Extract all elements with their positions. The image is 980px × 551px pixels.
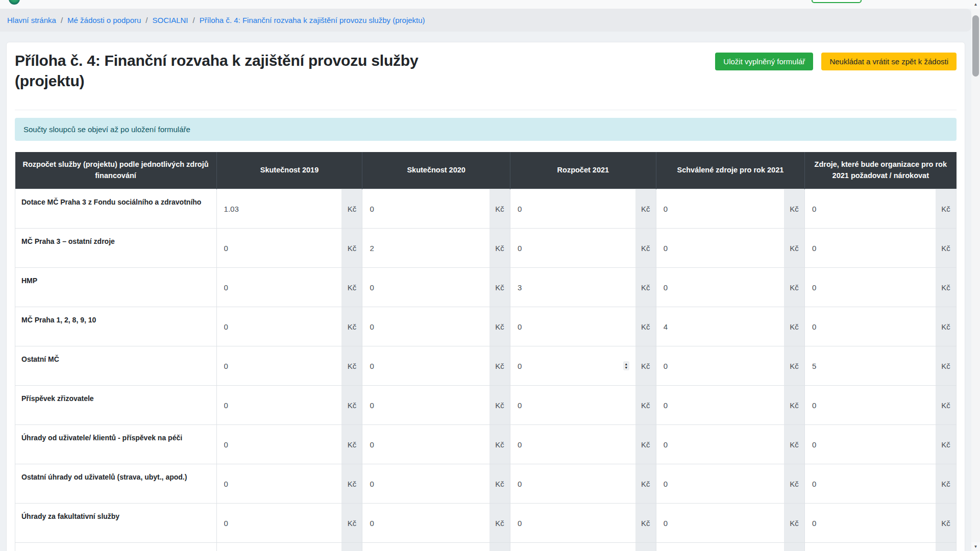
amount-input[interactable] bbox=[510, 229, 635, 267]
amount-input[interactable] bbox=[217, 189, 342, 228]
amount-input[interactable] bbox=[805, 189, 936, 228]
amount-cell: Kč bbox=[656, 464, 804, 504]
table-row: Úhrady od uživatele/ klientů - příspěvek… bbox=[15, 425, 957, 464]
breadcrumb-link[interactable]: Mé žádosti o podporu bbox=[67, 16, 141, 24]
row-label: MČ Praha 3 – ostatní zdroje bbox=[15, 229, 217, 268]
breadcrumb-link[interactable]: SOCIALNI bbox=[152, 16, 188, 24]
scrollbar-thumb[interactable] bbox=[972, 15, 979, 77]
save-button[interactable]: Uložit vyplněný formulář bbox=[715, 53, 813, 70]
amount-input[interactable] bbox=[510, 543, 635, 551]
breadcrumb-link[interactable]: Hlavní stránka bbox=[7, 16, 56, 24]
breadcrumb: Hlavní stránka/Mé žádosti o podporu/SOCI… bbox=[0, 9, 971, 32]
amount-input[interactable] bbox=[510, 386, 635, 424]
amount-input[interactable] bbox=[362, 543, 489, 551]
amount-input[interactable] bbox=[217, 464, 342, 503]
currency-suffix: Kč bbox=[635, 386, 656, 424]
breadcrumb-link[interactable]: Příloha č. 4: Finanční rozvaha k zajiště… bbox=[200, 16, 425, 24]
amount-input[interactable] bbox=[510, 307, 635, 346]
amount-input[interactable] bbox=[510, 189, 635, 228]
amount-cell: Kč bbox=[216, 386, 362, 425]
row-label: HMP bbox=[15, 268, 217, 307]
currency-suffix: Kč bbox=[936, 307, 956, 346]
amount-input[interactable] bbox=[805, 229, 936, 267]
table-row: Příspěvek zřizovateleKčKčKčKčKč bbox=[15, 386, 957, 425]
cancel-button[interactable]: Neukládat a vrátit se zpět k žádosti bbox=[821, 53, 957, 70]
amount-cell: Kč bbox=[362, 307, 510, 346]
currency-suffix bbox=[489, 543, 510, 551]
amount-cell: Kč bbox=[656, 346, 804, 386]
amount-input[interactable] bbox=[362, 504, 489, 542]
column-header: Rozpočet 2021 bbox=[510, 152, 656, 189]
amount-input[interactable] bbox=[656, 229, 784, 267]
column-header: Rozpočet služby (projektu) podle jednotl… bbox=[15, 152, 217, 189]
amount-input[interactable] bbox=[362, 229, 489, 267]
amount-input[interactable] bbox=[362, 386, 489, 424]
row-label: Dotace MČ Praha 3 z Fondu sociálního a z… bbox=[15, 189, 217, 229]
currency-suffix: Kč bbox=[635, 307, 656, 346]
amount-input[interactable] bbox=[656, 504, 784, 542]
amount-input[interactable] bbox=[656, 425, 784, 464]
amount-input[interactable] bbox=[217, 425, 342, 464]
amount-input[interactable] bbox=[805, 346, 936, 385]
amount-cell: Kč bbox=[805, 346, 957, 386]
amount-input[interactable] bbox=[805, 307, 936, 346]
amount-input[interactable] bbox=[805, 386, 936, 424]
amount-input[interactable] bbox=[656, 189, 784, 228]
amount-cell: Kč bbox=[656, 189, 804, 229]
amount-input[interactable] bbox=[510, 268, 635, 307]
amount-input[interactable] bbox=[510, 504, 635, 542]
amount-input[interactable] bbox=[656, 307, 784, 346]
amount-cell: Kč bbox=[216, 229, 362, 268]
amount-cell: Kč bbox=[216, 189, 362, 229]
amount-input[interactable] bbox=[805, 464, 936, 503]
amount-input[interactable] bbox=[217, 543, 342, 551]
amount-input[interactable] bbox=[656, 464, 784, 503]
currency-suffix: Kč bbox=[784, 268, 804, 307]
amount-input[interactable] bbox=[510, 346, 635, 385]
row-label: Ostatní úhrady od uživatelů (strava, uby… bbox=[15, 464, 217, 504]
amount-cell: Kč bbox=[656, 425, 804, 464]
amount-input[interactable] bbox=[510, 425, 635, 464]
amount-input[interactable] bbox=[805, 504, 936, 542]
vertical-scrollbar[interactable]: ▲ ▼ bbox=[971, 0, 980, 551]
amount-input[interactable] bbox=[656, 386, 784, 424]
header-buttons: Uložit vyplněný formulář Neukládat a vrá… bbox=[715, 53, 957, 70]
amount-cell: Kč bbox=[510, 307, 656, 346]
currency-suffix: Kč bbox=[784, 464, 804, 503]
amount-cell: ▴▾Kč bbox=[510, 346, 656, 386]
amount-input[interactable] bbox=[362, 425, 489, 464]
scroll-up-icon[interactable]: ▲ bbox=[971, 0, 980, 9]
currency-suffix: Kč bbox=[341, 504, 362, 542]
amount-input[interactable] bbox=[656, 346, 784, 385]
amount-input[interactable] bbox=[362, 307, 489, 346]
currency-suffix: Kč bbox=[936, 386, 956, 424]
budget-table: Rozpočet služby (projektu) podle jednotl… bbox=[15, 152, 957, 551]
amount-cell: Kč bbox=[216, 464, 362, 504]
scroll-down-icon[interactable]: ▼ bbox=[971, 542, 980, 551]
amount-cell: Kč bbox=[216, 504, 362, 543]
amount-input[interactable] bbox=[362, 464, 489, 503]
amount-cell: Kč bbox=[805, 307, 957, 346]
amount-input[interactable] bbox=[805, 425, 936, 464]
amount-input[interactable] bbox=[362, 346, 489, 385]
amount-input[interactable] bbox=[217, 504, 342, 542]
amount-cell bbox=[656, 543, 804, 551]
amount-input[interactable] bbox=[656, 543, 784, 551]
amount-input[interactable] bbox=[805, 268, 936, 307]
amount-input[interactable] bbox=[217, 386, 342, 424]
amount-input[interactable] bbox=[217, 346, 342, 385]
amount-input[interactable] bbox=[362, 268, 489, 307]
topbar-partial-button[interactable] bbox=[812, 0, 862, 3]
amount-input[interactable] bbox=[217, 307, 342, 346]
amount-input[interactable] bbox=[362, 189, 489, 228]
amount-input[interactable] bbox=[510, 464, 635, 503]
amount-input[interactable] bbox=[656, 268, 784, 307]
breadcrumb-separator: / bbox=[193, 16, 195, 24]
amount-input[interactable] bbox=[217, 229, 342, 267]
amount-input[interactable] bbox=[805, 543, 936, 551]
app-logo-icon bbox=[9, 0, 20, 5]
row-label: Úhrady za fakultativní služby bbox=[15, 504, 217, 543]
amount-input[interactable] bbox=[217, 268, 342, 307]
number-spinner-icon[interactable]: ▴▾ bbox=[623, 361, 629, 370]
currency-suffix: Kč bbox=[489, 425, 510, 464]
